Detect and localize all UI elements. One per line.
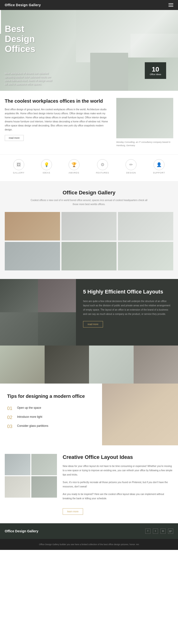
tips-content: Tips for designing a modern office 01 Op… [0,384,102,445]
coolest-read-more[interactable]: read more [5,135,24,141]
ideas-icon: 💡 [41,159,52,170]
tip-1-number: 01 [7,406,14,411]
photo-4 [134,346,178,384]
site-header: Office Design Gallery [0,0,178,10]
creative-body-3: Are you ready to be inspired? Here are t… [63,492,173,501]
gallery-icon: 🖼 [13,159,24,170]
gallery-image-2[interactable] [61,212,117,240]
tip-3-text: Consider glass partitions [17,424,48,428]
creative-body-2: Sure, it's nice to perfectly recreate al… [63,480,173,489]
hamburger-menu[interactable] [169,3,173,7]
tip-3-number: 03 [7,424,14,429]
tip-3: 03 Consider glass partitions [7,424,95,429]
gallery-label: GALLERY [13,172,24,174]
nav-ideas[interactable]: 💡 IDEAS [41,159,52,174]
tip-2-text: Introduce more light [17,415,42,419]
creative-img-4[interactable] [31,476,57,498]
creative-grid [5,454,57,498]
footer-bottom: Office Design Gallery builder you see he… [0,539,178,550]
footer-copyright: Office Design Gallery builder you see he… [39,543,139,546]
nav-support[interactable]: 👤 SUPPORT [153,159,165,174]
coolest-section: The coolest workplaces offices in the wo… [0,91,178,154]
creative-img-2[interactable] [31,454,57,475]
hero-heading: Best Design Offices [5,24,35,54]
linkedin-icon[interactable]: in [161,528,166,534]
footer-social: f t in g+ [145,528,173,534]
features-icon: ⚙ [97,159,108,170]
tips-section: Tips for designing a modern office 01 Op… [0,384,178,445]
tips-heading: Tips for designing a modern office [7,393,95,399]
creative-body-1: New ideas for your office layout do not … [63,464,173,477]
tip-1: 01 Open up the space [7,406,95,411]
creative-heading: Creative Office Layout Ideas [63,454,173,461]
gallery-image-1[interactable] [5,212,60,240]
gallery-section: Office Design Gallery Coolest offices s … [0,181,178,279]
hero-section: Best Design Offices 10 Office Ideas Meet… [0,10,178,91]
gallery-image-4[interactable] [5,242,60,270]
coolest-body: Best office design of group layout. Are … [5,108,109,132]
awards-label: AWARDS [69,172,79,174]
site-title: Office Design Gallery [5,3,41,7]
icon-nav: 🖼 GALLERY 💡 IDEAS 🏆 AWARDS ⚙ FEATURES ✏ … [0,154,178,181]
nav-design[interactable]: ✏ DESIGN [126,159,137,174]
photo-3 [89,346,134,384]
hero-accent-bar [0,10,1,34]
site-footer: Office Design Gallery f t in g+ Office D… [0,523,178,550]
features-label: FEATURES [96,172,109,174]
gallery-grid [5,212,173,270]
layouts-content: 5 Highly Efficient Office Layouts here a… [76,279,178,346]
support-label: SUPPORT [153,172,165,174]
tip-2-number: 02 [7,415,14,420]
gallery-image-6[interactable] [118,242,173,270]
creative-learn-more[interactable]: learn more [63,508,83,515]
design-label: DESIGN [126,172,136,174]
tip-1-text: Open up the space [17,406,41,410]
photos-strip [0,346,178,384]
layouts-images [0,279,76,346]
badge-number: 10 [152,66,159,73]
creative-img-1[interactable] [5,454,30,475]
badge-label: Office Ideas [150,73,161,76]
coolest-image-area: Monday Consulting, an IT consultancy com… [116,98,173,147]
photo-1 [0,346,45,384]
googleplus-icon[interactable]: g+ [168,528,173,534]
tips-image [102,384,178,445]
gallery-image-5[interactable] [61,242,117,270]
gallery-description: Coolest offices s new cool of in world b… [30,198,148,206]
gallery-image-3[interactable] [118,212,173,240]
office-badge: 10 Office Ideas [145,62,166,79]
coolest-heading: The coolest workplaces offices in the wo… [5,98,109,104]
nav-features[interactable]: ⚙ FEATURES [96,159,109,174]
creative-section: Creative Office Layout Ideas New ideas f… [0,445,178,523]
layouts-img-3 [0,312,38,346]
design-icon: ✏ [126,159,137,170]
creative-content: Creative Office Layout Ideas New ideas f… [63,454,173,515]
ideas-label: IDEAS [43,172,50,174]
tip-2: 02 Introduce more light [7,415,95,420]
facebook-icon[interactable]: f [145,528,151,534]
creative-images [5,454,57,498]
tips-person-image [102,384,178,445]
hero-description: Meet workplaces of dreams sun splashed s… [5,72,52,86]
hero-person-image [90,53,128,91]
photo-2 [45,346,89,384]
footer-top: Office Design Gallery f t in g+ [0,523,178,539]
coolest-image [116,98,173,138]
layouts-section: 5 Highly Efficient Office Layouts here a… [0,279,178,346]
layouts-img-1 [0,279,38,312]
awards-icon: 🏆 [69,159,79,170]
layouts-read-more[interactable]: read more [83,321,103,328]
layouts-heading: 5 Highly Efficient Office Layouts [83,288,171,296]
nav-awards[interactable]: 🏆 AWARDS [69,159,79,174]
gallery-heading: Office Design Gallery [5,190,173,196]
coolest-content: The coolest workplaces offices in the wo… [5,98,109,141]
layouts-body: here are quite a few critical decisions … [83,299,171,316]
footer-title: Office Design Gallery [5,529,38,533]
creative-img-3[interactable] [5,476,30,498]
support-icon: 👤 [154,159,165,170]
layouts-img-4 [38,312,76,346]
nav-gallery[interactable]: 🖼 GALLERY [13,159,24,174]
twitter-icon[interactable]: t [153,528,158,534]
layouts-img-2 [38,279,76,312]
hero-text: Best Design Offices [5,24,35,54]
